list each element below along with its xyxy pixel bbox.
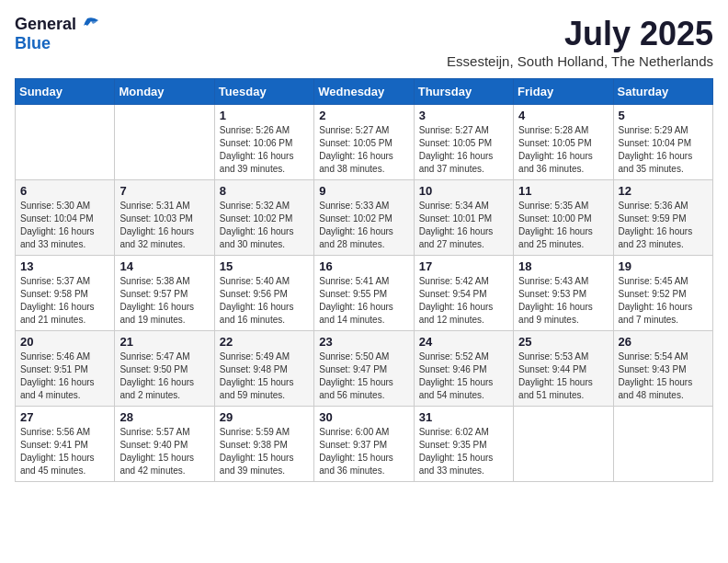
- calendar-cell: 25Sunrise: 5:53 AM Sunset: 9:44 PM Dayli…: [514, 331, 613, 407]
- calendar-cell: 17Sunrise: 5:42 AM Sunset: 9:54 PM Dayli…: [414, 256, 513, 331]
- calendar-cell: 8Sunrise: 5:32 AM Sunset: 10:02 PM Dayli…: [214, 180, 313, 256]
- calendar-week-row: 20Sunrise: 5:46 AM Sunset: 9:51 PM Dayli…: [16, 331, 713, 407]
- calendar-cell: 9Sunrise: 5:33 AM Sunset: 10:02 PM Dayli…: [314, 180, 414, 256]
- calendar-week-row: 6Sunrise: 5:30 AM Sunset: 10:04 PM Dayli…: [16, 180, 713, 256]
- weekday-header: Friday: [514, 79, 613, 105]
- day-info: Sunrise: 5:33 AM Sunset: 10:02 PM Daylig…: [319, 200, 408, 251]
- calendar-cell: 27Sunrise: 5:56 AM Sunset: 9:41 PM Dayli…: [16, 407, 115, 482]
- day-number: 27: [20, 410, 109, 424]
- logo-bird-icon: [80, 17, 100, 33]
- day-info: Sunrise: 5:45 AM Sunset: 9:52 PM Dayligh…: [619, 275, 708, 327]
- day-number: 8: [220, 184, 309, 198]
- day-number: 1: [220, 109, 309, 122]
- day-info: Sunrise: 5:43 AM Sunset: 9:53 PM Dayligh…: [518, 275, 608, 327]
- weekday-header: Saturday: [613, 79, 712, 105]
- day-number: 23: [319, 335, 408, 349]
- calendar-cell: 31Sunrise: 6:02 AM Sunset: 9:35 PM Dayli…: [414, 407, 513, 482]
- day-number: 24: [419, 335, 508, 349]
- calendar-cell: 18Sunrise: 5:43 AM Sunset: 9:53 PM Dayli…: [514, 256, 613, 331]
- day-number: 29: [220, 410, 309, 424]
- calendar-cell: [514, 407, 613, 482]
- weekday-header: Monday: [115, 79, 214, 105]
- day-number: 30: [319, 410, 408, 424]
- calendar-cell: 12Sunrise: 5:36 AM Sunset: 9:59 PM Dayli…: [613, 180, 712, 256]
- calendar-cell: 15Sunrise: 5:40 AM Sunset: 9:56 PM Dayli…: [214, 256, 313, 331]
- day-info: Sunrise: 5:59 AM Sunset: 9:38 PM Dayligh…: [220, 426, 309, 477]
- calendar-cell: 6Sunrise: 5:30 AM Sunset: 10:04 PM Dayli…: [16, 180, 115, 256]
- calendar-cell: [115, 105, 214, 180]
- calendar-table: SundayMondayTuesdayWednesdayThursdayFrid…: [15, 78, 713, 482]
- day-info: Sunrise: 6:02 AM Sunset: 9:35 PM Dayligh…: [419, 426, 508, 477]
- title-section: July 2025 Essesteijn, South Holland, The…: [447, 15, 713, 69]
- day-number: 13: [20, 259, 109, 273]
- weekday-header: Sunday: [16, 79, 115, 105]
- day-info: Sunrise: 5:34 AM Sunset: 10:01 PM Daylig…: [419, 200, 508, 251]
- day-info: Sunrise: 5:49 AM Sunset: 9:48 PM Dayligh…: [220, 350, 309, 402]
- day-number: 20: [20, 335, 109, 349]
- day-number: 7: [119, 184, 209, 198]
- logo-general: General: [15, 15, 76, 34]
- calendar-cell: 11Sunrise: 5:35 AM Sunset: 10:00 PM Dayl…: [514, 180, 613, 256]
- calendar-cell: 10Sunrise: 5:34 AM Sunset: 10:01 PM Dayl…: [414, 180, 513, 256]
- calendar-cell: 24Sunrise: 5:52 AM Sunset: 9:46 PM Dayli…: [414, 331, 513, 407]
- day-info: Sunrise: 5:27 AM Sunset: 10:05 PM Daylig…: [419, 124, 508, 176]
- day-info: Sunrise: 5:36 AM Sunset: 9:59 PM Dayligh…: [619, 200, 708, 251]
- day-number: 14: [119, 259, 209, 273]
- logo: General Blue: [15, 15, 100, 53]
- logo-blue: Blue: [15, 34, 51, 52]
- day-number: 15: [220, 259, 309, 273]
- day-number: 10: [419, 184, 508, 198]
- calendar-cell: 3Sunrise: 5:27 AM Sunset: 10:05 PM Dayli…: [414, 105, 513, 180]
- day-info: Sunrise: 5:35 AM Sunset: 10:00 PM Daylig…: [518, 200, 608, 251]
- weekday-header: Wednesday: [314, 79, 414, 105]
- day-number: 31: [419, 410, 508, 424]
- day-number: 25: [518, 335, 608, 349]
- calendar-cell: 26Sunrise: 5:54 AM Sunset: 9:43 PM Dayli…: [613, 331, 712, 407]
- calendar-week-row: 1Sunrise: 5:26 AM Sunset: 10:06 PM Dayli…: [16, 105, 713, 180]
- calendar-cell: 7Sunrise: 5:31 AM Sunset: 10:03 PM Dayli…: [115, 180, 214, 256]
- day-number: 28: [119, 410, 209, 424]
- calendar-cell: [613, 407, 712, 482]
- calendar-header-row: SundayMondayTuesdayWednesdayThursdayFrid…: [16, 79, 713, 105]
- calendar-week-row: 13Sunrise: 5:37 AM Sunset: 9:58 PM Dayli…: [16, 256, 713, 331]
- calendar-cell: 23Sunrise: 5:50 AM Sunset: 9:47 PM Dayli…: [314, 331, 414, 407]
- calendar-cell: 22Sunrise: 5:49 AM Sunset: 9:48 PM Dayli…: [214, 331, 313, 407]
- calendar-cell: 13Sunrise: 5:37 AM Sunset: 9:58 PM Dayli…: [16, 256, 115, 331]
- day-number: 11: [518, 184, 608, 198]
- day-number: 4: [518, 109, 608, 122]
- day-info: Sunrise: 5:40 AM Sunset: 9:56 PM Dayligh…: [220, 275, 309, 327]
- calendar-cell: 2Sunrise: 5:27 AM Sunset: 10:05 PM Dayli…: [314, 105, 414, 180]
- calendar-cell: 14Sunrise: 5:38 AM Sunset: 9:57 PM Dayli…: [115, 256, 214, 331]
- day-number: 5: [619, 109, 708, 122]
- day-info: Sunrise: 5:50 AM Sunset: 9:47 PM Dayligh…: [319, 350, 408, 402]
- calendar-cell: 29Sunrise: 5:59 AM Sunset: 9:38 PM Dayli…: [214, 407, 313, 482]
- day-info: Sunrise: 5:47 AM Sunset: 9:50 PM Dayligh…: [119, 350, 209, 402]
- day-info: Sunrise: 5:57 AM Sunset: 9:40 PM Dayligh…: [119, 426, 209, 477]
- day-number: 12: [619, 184, 708, 198]
- day-info: Sunrise: 5:46 AM Sunset: 9:51 PM Dayligh…: [20, 350, 109, 402]
- day-info: Sunrise: 5:54 AM Sunset: 9:43 PM Dayligh…: [619, 350, 708, 402]
- calendar-cell: 21Sunrise: 5:47 AM Sunset: 9:50 PM Dayli…: [115, 331, 214, 407]
- day-info: Sunrise: 5:37 AM Sunset: 9:58 PM Dayligh…: [20, 275, 109, 327]
- calendar-cell: 1Sunrise: 5:26 AM Sunset: 10:06 PM Dayli…: [214, 105, 313, 180]
- day-number: 18: [518, 259, 608, 273]
- day-info: Sunrise: 5:32 AM Sunset: 10:02 PM Daylig…: [220, 200, 309, 251]
- day-number: 16: [319, 259, 408, 273]
- page-header: General Blue July 2025 Essesteijn, South…: [15, 15, 713, 69]
- calendar-cell: 4Sunrise: 5:28 AM Sunset: 10:05 PM Dayli…: [514, 105, 613, 180]
- day-info: Sunrise: 5:31 AM Sunset: 10:03 PM Daylig…: [119, 200, 209, 251]
- day-info: Sunrise: 5:27 AM Sunset: 10:05 PM Daylig…: [319, 124, 408, 176]
- day-number: 26: [619, 335, 708, 349]
- day-number: 3: [419, 109, 508, 122]
- location: Essesteijn, South Holland, The Netherlan…: [447, 53, 713, 69]
- day-info: Sunrise: 5:28 AM Sunset: 10:05 PM Daylig…: [518, 124, 608, 176]
- weekday-header: Thursday: [414, 79, 513, 105]
- day-info: Sunrise: 5:30 AM Sunset: 10:04 PM Daylig…: [20, 200, 109, 251]
- calendar-cell: 20Sunrise: 5:46 AM Sunset: 9:51 PM Dayli…: [16, 331, 115, 407]
- calendar-cell: 19Sunrise: 5:45 AM Sunset: 9:52 PM Dayli…: [613, 256, 712, 331]
- day-info: Sunrise: 5:26 AM Sunset: 10:06 PM Daylig…: [220, 124, 309, 176]
- day-number: 17: [419, 259, 508, 273]
- day-number: 22: [220, 335, 309, 349]
- month-title: July 2025: [447, 15, 713, 53]
- day-number: 9: [319, 184, 408, 198]
